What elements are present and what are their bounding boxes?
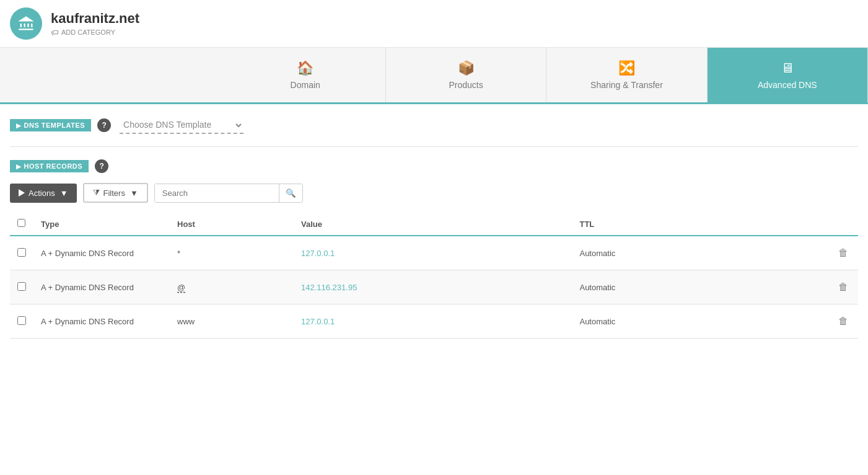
host-records-section-header: ▶ HOST RECORDS ? bbox=[10, 159, 858, 173]
table-row: A + Dynamic DNS Record www 127.0.0.1 Aut… bbox=[10, 304, 858, 339]
row-2-checkbox[interactable] bbox=[17, 282, 26, 291]
site-header: kaufranitz.net 🏷 ADD CATEGORY bbox=[0, 0, 868, 48]
home-icon: 🏠 bbox=[297, 60, 313, 76]
col-value: Value bbox=[294, 213, 572, 236]
row-1-type: A + Dynamic DNS Record bbox=[33, 236, 170, 270]
tab-domain[interactable]: 🏠 Domain bbox=[226, 48, 386, 102]
host-records-help-button[interactable]: ? bbox=[95, 159, 108, 173]
play-icon bbox=[19, 189, 25, 197]
row-1-ttl: Automatic bbox=[572, 236, 771, 270]
row-3-delete-button[interactable]: 🗑 bbox=[836, 313, 851, 329]
dns-templates-tag[interactable]: ▶ DNS TEMPLATES bbox=[10, 119, 91, 131]
row-1-checkbox[interactable] bbox=[17, 248, 26, 257]
dropdown-arrow-icon: ▼ bbox=[60, 189, 68, 198]
row-3-host: www bbox=[170, 304, 294, 339]
row-2-host: @ bbox=[170, 270, 294, 304]
table-row: A + Dynamic DNS Record * 127.0.0.1 Autom… bbox=[10, 236, 858, 270]
row-2-delete-cell: 🗑 bbox=[771, 270, 858, 304]
nav-tab-spacer bbox=[0, 48, 226, 102]
tab-products[interactable]: 📦 Products bbox=[386, 48, 546, 102]
chevron-right-icon-2: ▶ bbox=[16, 163, 22, 170]
search-input[interactable] bbox=[155, 184, 279, 202]
row-2-type: A + Dynamic DNS Record bbox=[33, 270, 170, 304]
table-row: A + Dynamic DNS Record @ 142.116.231.95 … bbox=[10, 270, 858, 304]
row-1-delete-cell: 🗑 bbox=[771, 236, 858, 270]
col-checkbox bbox=[10, 213, 33, 236]
row-3-delete-cell: 🗑 bbox=[771, 304, 858, 339]
search-button[interactable]: 🔍 bbox=[279, 184, 302, 202]
host-records-label: HOST RECORDS bbox=[24, 162, 83, 170]
dns-icon: 🖥 bbox=[781, 60, 794, 76]
table-header-row: Type Host Value TTL bbox=[10, 213, 858, 236]
site-title: kaufranitz.net bbox=[51, 11, 139, 27]
actions-label: Actions bbox=[28, 189, 55, 198]
tab-advanced-dns[interactable]: 🖥 Advanced DNS bbox=[708, 48, 868, 102]
row-2-delete-button[interactable]: 🗑 bbox=[836, 279, 851, 295]
dns-templates-section-header: ▶ DNS TEMPLATES ? Choose DNS Template bbox=[10, 117, 858, 134]
filters-button[interactable]: ⧩ Filters ▼ bbox=[83, 183, 148, 203]
transfer-icon: 🔀 bbox=[618, 60, 635, 76]
row-2-ttl: Automatic bbox=[572, 270, 771, 304]
divider-1 bbox=[10, 146, 858, 147]
col-host: Host bbox=[170, 213, 294, 236]
table-body: A + Dynamic DNS Record * 127.0.0.1 Autom… bbox=[10, 236, 858, 339]
row-3-checkbox-cell bbox=[10, 304, 33, 339]
row-1-delete-button[interactable]: 🗑 bbox=[836, 245, 851, 261]
host-records-tag[interactable]: ▶ HOST RECORDS bbox=[10, 160, 89, 172]
tab-products-label: Products bbox=[449, 80, 483, 90]
dns-template-row: Choose DNS Template bbox=[120, 117, 243, 134]
main-content: ▶ DNS TEMPLATES ? Choose DNS Template ▶ … bbox=[0, 104, 868, 351]
select-all-checkbox[interactable] bbox=[17, 219, 25, 227]
row-3-type: A + Dynamic DNS Record bbox=[33, 304, 170, 339]
site-title-block: kaufranitz.net 🏷 ADD CATEGORY bbox=[51, 11, 139, 37]
row-1-checkbox-cell bbox=[10, 236, 33, 270]
tab-sharing[interactable]: 🔀 Sharing & Transfer bbox=[546, 48, 707, 102]
filter-icon: ⧩ bbox=[93, 188, 100, 198]
col-ttl: TTL bbox=[572, 213, 771, 236]
records-table: Type Host Value TTL A + Dynamic DNS Reco… bbox=[10, 213, 858, 339]
dns-templates-label: DNS TEMPLATES bbox=[24, 122, 85, 129]
search-box: 🔍 bbox=[154, 184, 303, 203]
filters-dropdown-arrow-icon: ▼ bbox=[130, 189, 138, 198]
box-icon: 📦 bbox=[458, 60, 475, 76]
row-2-checkbox-cell bbox=[10, 270, 33, 304]
nav-tabs: 🏠 Domain 📦 Products 🔀 Sharing & Transfer… bbox=[0, 48, 868, 104]
filters-label: Filters bbox=[103, 189, 125, 198]
chevron-right-icon: ▶ bbox=[16, 122, 22, 129]
tab-domain-label: Domain bbox=[291, 80, 320, 90]
col-type: Type bbox=[33, 213, 170, 236]
row-3-ttl: Automatic bbox=[572, 304, 771, 339]
row-3-checkbox[interactable] bbox=[17, 316, 26, 325]
toolbar: Actions ▼ ⧩ Filters ▼ 🔍 bbox=[10, 183, 858, 203]
row-1-host: * bbox=[170, 236, 294, 270]
tab-advanced-dns-label: Advanced DNS bbox=[758, 80, 817, 90]
add-category-link[interactable]: 🏷 ADD CATEGORY bbox=[51, 28, 139, 37]
row-3-value: 127.0.0.1 bbox=[294, 304, 572, 339]
row-1-value: 127.0.0.1 bbox=[294, 236, 572, 270]
row-2-value: 142.116.231.95 bbox=[294, 270, 572, 304]
search-icon: 🔍 bbox=[286, 189, 296, 198]
dns-template-select[interactable]: Choose DNS Template bbox=[120, 117, 243, 134]
table-header: Type Host Value TTL bbox=[10, 213, 858, 236]
col-actions bbox=[771, 213, 858, 236]
dns-templates-help-button[interactable]: ? bbox=[97, 118, 111, 132]
site-logo bbox=[10, 7, 42, 40]
actions-button[interactable]: Actions ▼ bbox=[10, 184, 77, 203]
tab-sharing-label: Sharing & Transfer bbox=[590, 80, 663, 90]
